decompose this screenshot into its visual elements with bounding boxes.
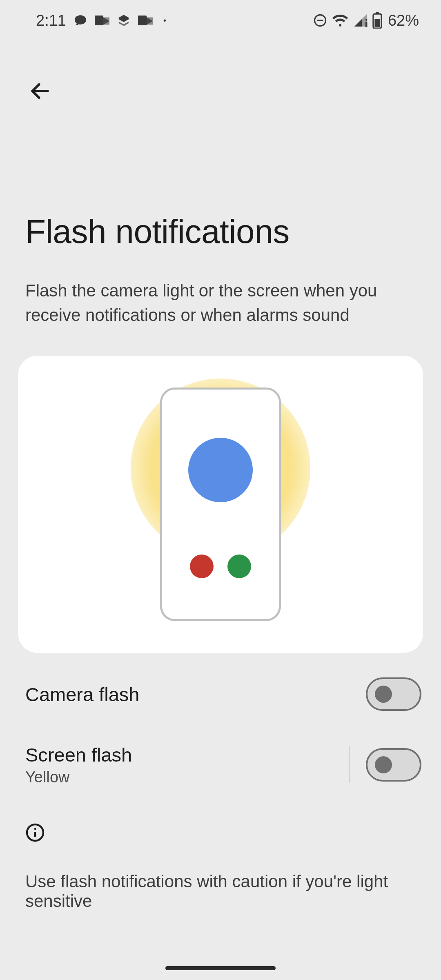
app-bar [0, 41, 441, 106]
battery-percent: 62% [388, 12, 419, 29]
svg-rect-8 [374, 19, 380, 27]
setting-text-screen-flash: Screen flash Yellow [25, 744, 341, 786]
screen-flash-subtitle: Yellow [25, 768, 341, 786]
setting-row-camera-flash[interactable]: Camera flash [0, 661, 441, 727]
setting-text-camera-flash: Camera flash [25, 683, 366, 706]
svg-point-12 [34, 828, 36, 830]
info-section: Use flash notifications with caution if … [0, 802, 441, 911]
drive-icon [117, 14, 131, 27]
svg-rect-4 [365, 22, 368, 27]
illustration-dot-red [190, 555, 214, 578]
status-left: 2:11 • [36, 12, 166, 29]
info-icon [25, 823, 45, 842]
svg-rect-0 [95, 16, 103, 25]
page-description: Flash the camera light or the screen whe… [0, 251, 441, 327]
svg-rect-7 [376, 12, 379, 14]
page-title: Flash notifications [0, 106, 441, 251]
camera-flash-title: Camera flash [25, 683, 366, 706]
illustration-dot-blue [188, 438, 253, 502]
chat-icon [74, 13, 87, 27]
battery-icon [372, 12, 382, 29]
more-dot-icon: • [160, 16, 166, 25]
svg-point-5 [365, 19, 368, 21]
wifi-icon [332, 13, 349, 28]
cell-signal-icon [353, 13, 368, 28]
illustration-card [18, 356, 423, 653]
status-right: 62% [313, 12, 419, 29]
outlook-icon [95, 14, 109, 27]
toggle-knob [375, 686, 392, 703]
vertical-divider [349, 746, 350, 783]
screen-flash-toggle[interactable] [366, 748, 421, 782]
illustration-phone [160, 388, 281, 621]
back-button[interactable] [25, 77, 55, 106]
screen-flash-title: Screen flash [25, 744, 341, 766]
camera-flash-toggle[interactable] [366, 677, 421, 711]
arrow-back-icon [29, 80, 51, 104]
outlook-icon-2 [138, 14, 153, 27]
setting-row-screen-flash[interactable]: Screen flash Yellow [0, 727, 441, 802]
info-text: Use flash notifications with caution if … [25, 872, 416, 911]
status-bar: 2:11 • 62% [0, 0, 441, 41]
navigation-handle[interactable] [165, 966, 276, 970]
dnd-icon [313, 13, 327, 28]
toggle-knob [375, 756, 392, 773]
status-time: 2:11 [36, 12, 66, 29]
svg-rect-1 [138, 16, 147, 25]
illustration-dot-green [227, 555, 251, 578]
